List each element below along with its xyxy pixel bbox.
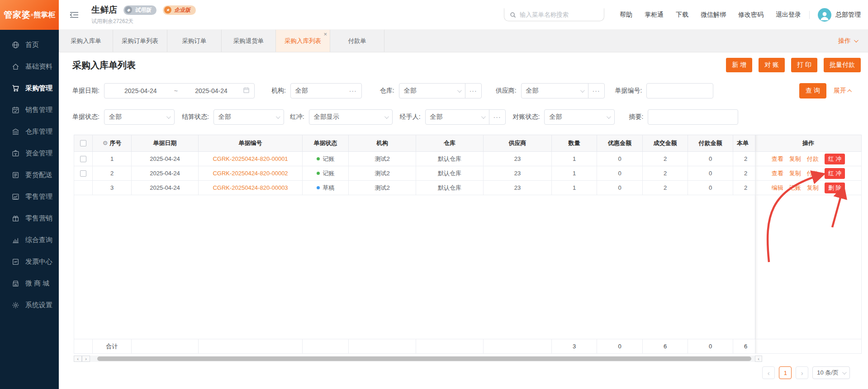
tab[interactable]: 采购入库单: [59, 30, 113, 52]
column-header[interactable]: 仓库: [416, 135, 484, 152]
tab[interactable]: 采购退货单: [222, 30, 276, 52]
enterprise-badge[interactable]: ★ 企业版: [163, 5, 196, 15]
scrollbar-thumb[interactable]: [97, 356, 751, 361]
prev-page-button[interactable]: ‹: [762, 366, 775, 379]
op-link[interactable]: 记账: [789, 184, 801, 192]
topbar-link[interactable]: 掌柜通: [645, 11, 664, 19]
next-page-button[interactable]: ›: [796, 366, 808, 379]
column-header[interactable]: 单据日期: [132, 135, 199, 152]
org-select[interactable]: 全部 ···: [290, 83, 362, 98]
scroll-left-button[interactable]: ‹: [74, 356, 82, 362]
search-button[interactable]: 查 询: [799, 83, 826, 98]
column-header[interactable]: 单据编号: [199, 135, 303, 152]
column-header[interactable]: 本单: [733, 135, 755, 152]
avatar[interactable]: [818, 8, 831, 22]
supplier-select[interactable]: 全部 ···: [521, 83, 605, 98]
status-select[interactable]: 全部: [104, 109, 175, 125]
date-from[interactable]: 2025-04-24: [109, 87, 172, 94]
scroll-right-button[interactable]: ›: [82, 356, 90, 362]
sidebar-item[interactable]: 系统设置: [0, 294, 59, 316]
op-link[interactable]: 查看: [772, 155, 783, 163]
tab[interactable]: 付款单: [330, 30, 384, 52]
column-header[interactable]: 单据状态: [303, 135, 349, 152]
sidebar-item[interactable]: 仓库管理: [0, 121, 59, 142]
scrollbar-track[interactable]: [90, 356, 755, 362]
column-header[interactable]: 机构: [349, 135, 416, 152]
tab[interactable]: 采购订单: [167, 30, 222, 52]
username[interactable]: 总部管理: [835, 11, 861, 19]
batch-pay-button[interactable]: 批量付款: [824, 58, 861, 72]
seq-cell: 2: [93, 166, 132, 181]
close-icon[interactable]: ×: [323, 31, 327, 37]
totals-cell: [755, 339, 862, 354]
date-to[interactable]: 2025-04-24: [180, 87, 243, 94]
summary-input[interactable]: [648, 109, 738, 125]
op-link[interactable]: 复制: [789, 155, 801, 163]
handler-select[interactable]: 全部 ···: [425, 109, 506, 125]
topbar-link[interactable]: 修改密码: [738, 11, 764, 19]
red-flush-button[interactable]: 红 冲: [825, 168, 845, 179]
more-icon[interactable]: ···: [349, 87, 357, 94]
bill-number-link[interactable]: CGRK-20250424-820-00001: [213, 155, 288, 162]
column-header[interactable]: 成交金额: [643, 135, 688, 152]
red-flush-button[interactable]: 红 冲: [825, 154, 845, 164]
sidebar-item[interactable]: 零售营销: [0, 207, 59, 229]
sidebar-item[interactable]: 微 商 城: [0, 272, 59, 294]
sidebar-item[interactable]: 综合查询: [0, 229, 59, 251]
reconcile-button[interactable]: 对 账: [759, 58, 785, 72]
bill-no-input[interactable]: [646, 83, 713, 98]
settle-select[interactable]: 全部: [213, 109, 284, 125]
tab[interactable]: 采购入库列表×: [276, 30, 330, 52]
redflush-select[interactable]: 全部显示: [309, 109, 393, 125]
column-header[interactable]: 付款金额: [688, 135, 733, 152]
print-button[interactable]: 打 印: [791, 58, 817, 72]
more-icon[interactable]: ···: [588, 87, 604, 94]
date-range-picker[interactable]: 2025-04-24 ~ 2025-04-24: [104, 83, 255, 98]
sidebar-item[interactable]: 基础资料: [0, 56, 59, 77]
brand-name: 管家婆: [4, 9, 31, 21]
sidebar-item[interactable]: 零售管理: [0, 186, 59, 207]
op-link[interactable]: 复制: [807, 184, 819, 192]
sidebar-item[interactable]: 要货配送: [0, 164, 59, 186]
bill-number-link[interactable]: CGRK-20250424-820-00002: [213, 170, 288, 177]
expand-toggle[interactable]: 展开: [834, 87, 852, 95]
op-link[interactable]: 编辑: [772, 184, 783, 192]
op-link[interactable]: 复制: [789, 169, 801, 178]
topbar-link[interactable]: 退出登录: [776, 11, 801, 19]
recon-select[interactable]: 全部: [544, 109, 615, 125]
sidebar-collapse-icon[interactable]: [70, 11, 79, 19]
new-button[interactable]: 新 增: [726, 58, 752, 72]
operate-menu[interactable]: 操作: [838, 30, 857, 52]
more-icon[interactable]: ···: [489, 113, 505, 121]
gear-icon[interactable]: ⚙: [103, 140, 108, 146]
bill-number-link[interactable]: CGRK-20250424-820-00003: [213, 184, 288, 191]
topbar-link[interactable]: 微信解绑: [701, 11, 726, 19]
op-link[interactable]: 查看: [772, 169, 783, 178]
tab[interactable]: 采购订单列表: [113, 30, 167, 52]
sidebar-item[interactable]: 销售管理: [0, 99, 59, 121]
sidebar-item[interactable]: 采购管理: [0, 77, 59, 99]
row-checkbox[interactable]: [80, 156, 86, 162]
pinned-scroll-left-button[interactable]: ‹: [755, 356, 762, 362]
search-input[interactable]: [520, 11, 597, 18]
delete-button[interactable]: 删 除: [825, 183, 845, 193]
sidebar-item[interactable]: 首页: [0, 34, 59, 56]
column-header[interactable]: 操作: [755, 135, 862, 152]
warehouse-select[interactable]: 全部 ···: [399, 83, 482, 98]
current-page[interactable]: 1: [779, 366, 792, 379]
page-size-select[interactable]: 10 条/页: [812, 366, 850, 379]
column-header[interactable]: 供应商: [484, 135, 552, 152]
column-header[interactable]: 数量: [552, 135, 597, 152]
trial-badge[interactable]: ◆ 试用版: [123, 5, 157, 15]
row-checkbox[interactable]: [80, 170, 86, 177]
more-icon[interactable]: ···: [465, 87, 481, 94]
select-all-checkbox[interactable]: [80, 140, 86, 146]
column-header[interactable]: 优惠金额: [597, 135, 643, 152]
sidebar-item[interactable]: 资金管理: [0, 142, 59, 164]
topbar-link[interactable]: 下载: [676, 11, 688, 19]
column-header[interactable]: ⚙序号: [93, 135, 132, 152]
sidebar-item[interactable]: 发票中心: [0, 251, 59, 272]
op-link[interactable]: 付款: [807, 169, 819, 178]
op-link[interactable]: 付款: [807, 155, 819, 163]
topbar-link[interactable]: 帮助: [620, 11, 632, 19]
